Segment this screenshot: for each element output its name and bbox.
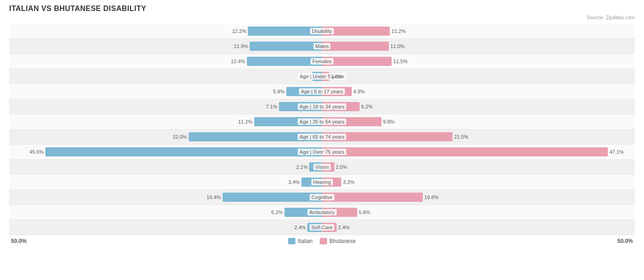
- bar-row: 45.6%Age | Over 75 years47.1%: [9, 145, 635, 160]
- bar-left-section: 22.0%: [9, 129, 322, 144]
- bar-row: 1.6%Age | Under 5 years1.2%: [9, 69, 635, 84]
- bar-right-value: 21.5%: [454, 134, 468, 140]
- bar-left-value: 45.6%: [29, 149, 44, 155]
- legend-label-italian: Italian: [298, 238, 312, 244]
- footer: 50.0% Italian Bhutanese 50.0%: [9, 238, 635, 244]
- bar-center-label: Age | 35 to 64 years: [298, 118, 346, 125]
- bar-right-fill: [322, 193, 423, 202]
- bar-row: 16.4%Cognitive16.6%: [9, 190, 635, 205]
- bar-right-section: 47.1%: [322, 145, 635, 159]
- bar-left-value: 12.4%: [231, 59, 245, 64]
- bar-right-value: 2.0%: [336, 164, 347, 170]
- bar-left-section: 3.4%: [9, 175, 322, 189]
- bar-left-value: 2.1%: [296, 164, 308, 170]
- bar-right-section: 3.2%: [322, 175, 635, 189]
- bar-left-section: 5.9%: [9, 84, 322, 99]
- bar-center-label: Disability: [310, 28, 334, 34]
- bar-center-label: Age | 5 to 17 years: [299, 88, 345, 95]
- bar-right-value: 3.2%: [343, 179, 355, 185]
- bar-center-label: Males: [313, 43, 330, 49]
- bar-left-fill: [250, 42, 322, 51]
- bar-row: 6.2%Ambulatory5.8%: [9, 205, 635, 220]
- bar-left-section: 16.4%: [9, 190, 322, 205]
- bar-center-label: Hearing: [311, 179, 333, 185]
- bar-right-section: 6.2%: [322, 99, 635, 114]
- legend-item-italian: Italian: [288, 238, 312, 244]
- bar-row: 12.4%Females11.5%: [9, 54, 635, 69]
- bar-left-section: 2.4%: [9, 220, 322, 235]
- bar-left-section: 2.1%: [9, 160, 322, 174]
- bar-left-section: 6.2%: [9, 205, 322, 220]
- bar-left-section: 7.1%: [9, 99, 322, 114]
- bar-left-section: 12.2%: [9, 24, 322, 38]
- bar-right-section: 4.9%: [322, 84, 635, 99]
- legend: Italian Bhutanese: [288, 238, 355, 244]
- bar-center-label: Females: [311, 58, 333, 65]
- bar-left-value: 3.4%: [288, 179, 300, 185]
- chart-title: ITALIAN VS BHUTANESE DISABILITY: [9, 5, 635, 13]
- bar-left-section: 1.6%: [9, 69, 322, 84]
- bar-row: 2.1%Vision2.0%: [9, 160, 635, 175]
- legend-label-bhutanese: Bhutanese: [329, 238, 355, 244]
- bar-right-section: 11.2%: [322, 24, 635, 38]
- bar-center-label: Cognitive: [310, 194, 334, 200]
- bar-right-section: 9.8%: [322, 114, 635, 129]
- bar-center-label: Age | Over 75 years: [298, 149, 346, 155]
- bar-right-section: 21.5%: [322, 129, 635, 144]
- bar-right-section: 2.4%: [322, 220, 635, 235]
- bar-left-value: 22.0%: [173, 134, 187, 140]
- bar-row: 12.2%Disability11.2%: [9, 24, 635, 39]
- bar-right-section: 2.0%: [322, 160, 635, 174]
- bar-right-section: 5.8%: [322, 205, 635, 220]
- bar-right-value: 1.2%: [331, 74, 342, 79]
- bar-right-section: 16.6%: [322, 190, 635, 205]
- bar-row: 7.1%Age | 18 to 34 years6.2%: [9, 99, 635, 114]
- bar-left-fill: [223, 193, 322, 202]
- bar-right-fill: [322, 147, 608, 156]
- bar-right-value: 9.8%: [383, 119, 394, 124]
- bar-right-value: 47.1%: [609, 149, 623, 155]
- bar-center-label: Ambulatory: [307, 209, 337, 215]
- bar-left-value: 11.9%: [234, 43, 248, 49]
- bar-right-value: 11.2%: [392, 28, 406, 34]
- bar-left-value: 2.4%: [295, 225, 306, 230]
- bar-row: 3.4%Hearing3.2%: [9, 175, 635, 190]
- bar-row: 11.9%Males11.0%: [9, 39, 635, 54]
- source-label: Source: ZipAtlas.com: [9, 15, 635, 20]
- bar-right-value: 5.8%: [359, 210, 370, 215]
- bar-left-value: 7.1%: [266, 104, 277, 109]
- legend-box-italian: [288, 238, 295, 244]
- bar-center-label: Age | 65 to 74 years: [298, 134, 346, 140]
- axis-left-label: 50.0%: [11, 238, 27, 244]
- bar-row: 22.0%Age | 65 to 74 years21.5%: [9, 129, 635, 145]
- bar-left-value: 5.9%: [273, 89, 284, 94]
- bar-center-label: Self-Care: [310, 224, 334, 231]
- bar-row: 5.9%Age | 5 to 17 years4.9%: [9, 84, 635, 99]
- bar-left-section: 11.2%: [9, 114, 322, 129]
- bar-center-label: Vision: [313, 164, 331, 170]
- axis-right-label: 50.0%: [617, 238, 633, 244]
- bar-row: 2.4%Self-Care2.4%: [9, 220, 635, 235]
- bar-row: 11.2%Age | 35 to 64 years9.8%: [9, 114, 635, 129]
- legend-item-bhutanese: Bhutanese: [320, 238, 355, 244]
- bar-left-section: 45.6%: [9, 145, 322, 159]
- bar-center-label: Age | 18 to 34 years: [298, 103, 346, 110]
- legend-box-bhutanese: [320, 238, 327, 244]
- bar-left-value: 12.2%: [232, 28, 246, 34]
- bar-left-fill: [45, 147, 322, 156]
- bar-right-value: 4.9%: [353, 89, 365, 94]
- bar-right-section: 11.5%: [322, 54, 635, 69]
- bar-right-section: 1.2%: [322, 69, 635, 84]
- bar-left-value: 6.2%: [271, 210, 283, 215]
- bar-left-value: 11.2%: [238, 119, 252, 124]
- bar-right-value: 6.2%: [361, 104, 373, 109]
- bar-left-section: 11.9%: [9, 39, 322, 54]
- bar-right-value: 16.6%: [424, 194, 438, 200]
- chart-container: 12.2%Disability11.2%11.9%Males11.0%12.4%…: [9, 24, 635, 235]
- bar-right-value: 2.4%: [338, 225, 349, 230]
- bar-left-value: 16.4%: [207, 194, 221, 200]
- bar-right-section: 11.0%: [322, 39, 635, 54]
- bar-left-section: 12.4%: [9, 54, 322, 69]
- bar-right-value: 11.5%: [393, 59, 408, 64]
- bar-right-value: 11.0%: [390, 43, 404, 49]
